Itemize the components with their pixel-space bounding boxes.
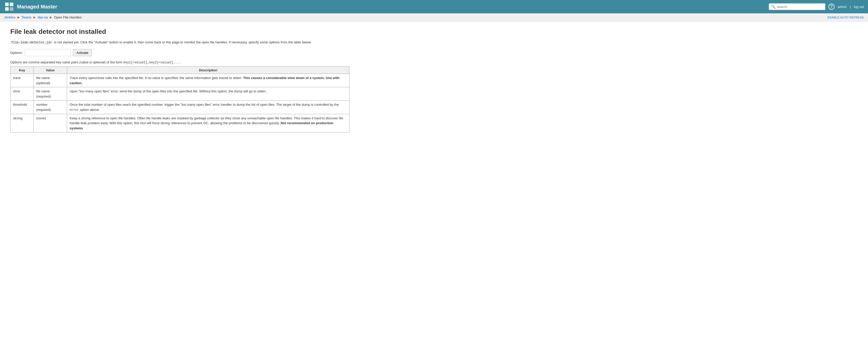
header-right: 🔍 ? admin | log out [769,3,864,10]
options-table: Key Value Description trace file name(op… [10,66,349,132]
table-row: error file name(required) Upon "too many… [10,87,349,101]
search-icon: 🔍 [771,5,775,9]
description-text: file-leak-detector.jar is not started ye… [10,40,349,45]
breadcrumb-sep-1: ▶ [18,16,20,19]
app-title: Managed Master [17,4,57,10]
options-row: Options: Activate [10,49,349,56]
svg-rect-1 [10,3,13,6]
breadcrumb-current: Open File Handles [54,15,82,19]
table-cell-desc: Keep a strong reference to open file han… [67,114,349,132]
table-cell-desc: Upon "too many open files" error, send t… [67,87,349,101]
breadcrumb-teams[interactable]: Teams [22,15,31,19]
header: Managed Master 🔍 ? admin | log out [0,0,868,13]
svg-rect-3 [10,7,13,11]
breadcrumb-bar: Jenkins ▶ Teams ▶ dse-na ▶ Open File Han… [0,13,868,22]
table-row: threshold number(required) Once the tota… [10,101,349,114]
col-header-value: Value [34,67,67,74]
jar-name-code: file-leak-detector.jar [10,40,53,45]
table-cell-desc: Trace every open/close calls into the sp… [67,74,349,87]
activate-button[interactable]: Activate [73,49,91,56]
options-label: Options: [10,51,23,55]
breadcrumb-sep-2: ▶ [33,16,35,19]
breadcrumb-dse-na[interactable]: dse-na [37,15,48,19]
options-help-prefix: Options are comma separated key value pa… [10,60,123,64]
options-help-text: Options are comma separated key value pa… [10,60,349,64]
header-left: Managed Master [4,2,57,12]
table-header-row: Key Value Description [10,67,349,74]
main-content: File leak detector not installed file-le… [0,22,360,139]
breadcrumb: Jenkins ▶ Teams ▶ dse-na ▶ Open File Han… [4,15,82,19]
logo-icon [4,2,14,12]
table-cell-key: trace [10,74,34,87]
help-icon-button[interactable]: ? [829,4,835,10]
table-row: strong (none) Keep a strong reference to… [10,114,349,132]
svg-rect-2 [5,7,9,11]
table-cell-key: strong [10,114,34,132]
table-cell-value: file name(optional) [34,74,67,87]
svg-rect-0 [5,3,9,6]
table-cell-key: error [10,87,34,101]
table-cell-desc: Once the total number of open files reac… [67,101,349,114]
description-suffix: is not started yet. Click the "Activate"… [53,40,311,44]
breadcrumb-sep-3: ▶ [50,16,52,19]
col-header-description: Description [67,67,349,74]
search-box[interactable]: 🔍 [769,3,825,10]
options-input[interactable] [25,49,71,56]
breadcrumb-jenkins[interactable]: Jenkins [4,15,16,19]
table-cell-value: (none) [34,114,67,132]
pipe-separator: | [850,5,851,9]
page-title: File leak detector not installed [10,28,349,36]
search-input[interactable] [777,5,823,9]
col-header-key: Key [10,67,34,74]
table-cell-value: number(required) [34,101,67,114]
enable-auto-refresh-link[interactable]: ENABLE AUTO REFRESH [828,16,864,19]
logout-link[interactable]: log out [854,5,864,9]
options-help-code: key1[=value1],key2[=value2],... [123,61,181,64]
table-cell-key: threshold [10,101,34,114]
admin-link[interactable]: admin [838,5,847,9]
table-cell-value: file name(required) [34,87,67,101]
table-row: trace file name(optional) Trace every op… [10,74,349,87]
